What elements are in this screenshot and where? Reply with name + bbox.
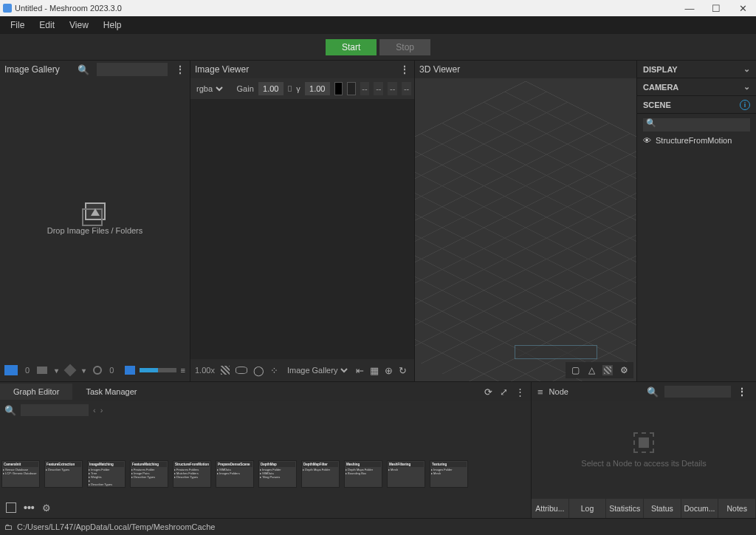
viewer-canvas[interactable] — [190, 99, 414, 359]
graph-node[interactable]: DepthMapFilter▸ Depth Maps Folder — [301, 460, 340, 488]
warning-icon[interactable]: △ — [586, 365, 597, 375]
tab-graph-editor[interactable]: Graph Editor — [0, 384, 72, 400]
menu-view[interactable]: View — [63, 18, 94, 32]
bbox-icon[interactable]: ▢ — [570, 365, 580, 375]
gallery-image-count: 0 — [25, 366, 30, 375]
image-gallery-panel: Image Gallery 🔍 ⋮ Drop Image Files / Fol… — [0, 61, 190, 381]
threed-side-panel: DISPLAY ⌄ CAMERA ⌄ SCENE i 🔍 👁 Structure… — [636, 61, 756, 381]
menubar: File Edit View Help — [0, 16, 756, 34]
gallery-drop-zone[interactable]: Drop Image Files / Folders — [0, 78, 190, 359]
channel-select[interactable]: rgba — [193, 84, 225, 94]
image-icon — [4, 365, 18, 375]
viewer-title: Image Viewer — [195, 64, 249, 75]
ground-grid — [415, 81, 636, 381]
window-maximize-button[interactable]: ☐ — [706, 3, 726, 14]
node-panel-menu[interactable]: ⋮ — [737, 386, 747, 398]
node-tab[interactable]: Docum... — [681, 499, 718, 518]
settings-gear-icon[interactable]: ⚙ — [619, 365, 629, 375]
next-result-icon[interactable]: › — [100, 406, 103, 415]
info-a: -- — [402, 82, 411, 95]
node-search-input[interactable] — [664, 386, 731, 398]
graph-search-input[interactable] — [21, 404, 89, 416]
menu-file[interactable]: File — [4, 18, 30, 32]
node-list-icon[interactable]: ≡ — [537, 386, 543, 398]
globe-icon[interactable]: ⊕ — [385, 365, 393, 376]
info-icon[interactable]: i — [740, 100, 750, 110]
node-tab[interactable]: Status — [644, 499, 681, 518]
threed-viewport[interactable]: Meshroom Node ▢ △ ⚙ — [415, 78, 636, 381]
gallery-search-input[interactable] — [97, 63, 168, 76]
refresh-icon[interactable]: ⟳ — [484, 386, 492, 398]
gain-input[interactable] — [258, 82, 284, 95]
scene-item[interactable]: 👁 StructureFromMotion — [643, 136, 750, 145]
menu-edit[interactable]: Edit — [33, 18, 61, 32]
prev-icon[interactable]: ⇤ — [356, 365, 364, 376]
window-close-button[interactable]: ✕ — [732, 3, 753, 14]
graph-more-button[interactable]: ••• — [24, 502, 35, 514]
graph-node[interactable]: ImageMatching▸ Images Folder▸ Tree▸ Weig… — [87, 460, 126, 488]
chevron-down-icon: ⌄ — [743, 64, 750, 74]
thumb-size-slider[interactable] — [140, 368, 176, 372]
threed-title: 3D Viewer — [419, 64, 460, 75]
graph-menu-button[interactable]: ⋮ — [515, 386, 525, 398]
search-icon[interactable]: 🔍 — [647, 386, 659, 398]
node-tab[interactable]: Attribu... — [532, 499, 568, 518]
gallery-intr-menu[interactable]: ▾ — [82, 367, 86, 375]
prev-result-icon[interactable]: ‹ — [93, 406, 96, 415]
graph-node[interactable]: Texturing▸ Images Folder▸ Mesh — [430, 460, 468, 488]
graph-node[interactable]: Meshing▸ Depth Maps Folder▸ Bounding Box — [344, 460, 382, 488]
fit-icon[interactable]: ⤢ — [500, 386, 508, 398]
gear-icon[interactable]: ⚙ — [42, 502, 51, 514]
section-display[interactable]: DISPLAY ⌄ — [637, 61, 756, 78]
section-camera[interactable]: CAMERA ⌄ — [637, 78, 756, 96]
viewer-menu-button[interactable]: ⋮ — [399, 64, 410, 75]
graph-node[interactable]: FeatureMatching▸ Features Folder▸ Image … — [130, 460, 168, 488]
viewer-src-select[interactable]: Image Gallery — [284, 365, 350, 375]
start-button[interactable]: Start — [326, 39, 377, 55]
fullscreen-icon[interactable] — [6, 502, 16, 513]
bg-swatch-dark[interactable] — [334, 82, 343, 95]
pano-icon[interactable] — [236, 367, 247, 374]
node-panel: ≡ Node 🔍 ⋮ Select a Node to access its D… — [532, 382, 756, 518]
tab-task-manager[interactable]: Task Manager — [72, 384, 150, 400]
scene-item-label: StructureFromMotion — [656, 136, 732, 145]
menu-help[interactable]: Help — [97, 18, 128, 32]
image-viewer-panel: Image Viewer ⋮ rgba Gain γ -- -- -- -- 1… — [190, 61, 415, 381]
image-drop-icon — [85, 202, 106, 220]
graph-node[interactable]: StructureFromMotion▸ Features Folders▸ M… — [173, 460, 211, 488]
search-icon[interactable]: 🔍 — [78, 64, 89, 75]
particles-icon[interactable]: ⁘ — [270, 365, 278, 376]
lens-icon — [93, 366, 102, 375]
window-minimize-button[interactable]: — — [679, 3, 700, 14]
graph-node[interactable]: MeshFiltering▸ Mesh — [387, 460, 425, 488]
node-tab[interactable]: Notes — [718, 499, 755, 518]
gamma-input[interactable] — [305, 82, 330, 95]
node-tab[interactable]: Statistics — [606, 499, 643, 518]
scene-search-input[interactable]: 🔍 — [643, 118, 750, 132]
search-icon[interactable]: 🔍 — [4, 405, 16, 416]
eye-icon[interactable]: 👁 — [643, 136, 651, 145]
graph-canvas[interactable]: CameraInit▸ Sensor Database▸ LCP: Generi… — [0, 419, 531, 497]
list-view-icon[interactable]: ≡ — [181, 366, 185, 375]
window-titlebar: Untitled - Meshroom 2023.3.0 — ☐ ✕ — [0, 0, 756, 16]
stop-button[interactable]: Stop — [379, 39, 430, 55]
graph-node[interactable]: FeatureExtraction▸ Describer Types — [44, 460, 83, 488]
gallery-title: Image Gallery — [4, 64, 60, 75]
section-scene[interactable]: SCENE i — [637, 96, 756, 114]
clock-icon[interactable]: ↻ — [399, 365, 407, 376]
graph-node[interactable]: CameraInit▸ Sensor Database▸ LCP: Generi… — [1, 460, 40, 488]
thumb-size-icon — [125, 366, 135, 375]
sphere-icon[interactable]: ◯ — [253, 365, 264, 376]
gallery-menu-button[interactable]: ⋮ — [175, 64, 185, 75]
graph-node[interactable]: DepthMap▸ Images Folder▸ SfMData▸ Tiling… — [258, 460, 297, 488]
gallery-cam-menu[interactable]: ▾ — [55, 367, 58, 375]
diag-icon[interactable] — [221, 366, 230, 375]
graph-node[interactable]: PrepareDenseScene▸ SfMData▸ Images Folde… — [216, 460, 254, 488]
gain-checkbox[interactable] — [288, 86, 292, 92]
chevron-down-icon: ⌄ — [743, 82, 750, 92]
bg-swatch[interactable] — [347, 82, 355, 95]
shading-hatch-icon[interactable] — [602, 365, 613, 375]
node-tab[interactable]: Log — [569, 499, 606, 518]
node-panel-hint: Select a Node to access its Details — [581, 459, 706, 468]
histogram-icon[interactable]: ▦ — [370, 365, 379, 376]
